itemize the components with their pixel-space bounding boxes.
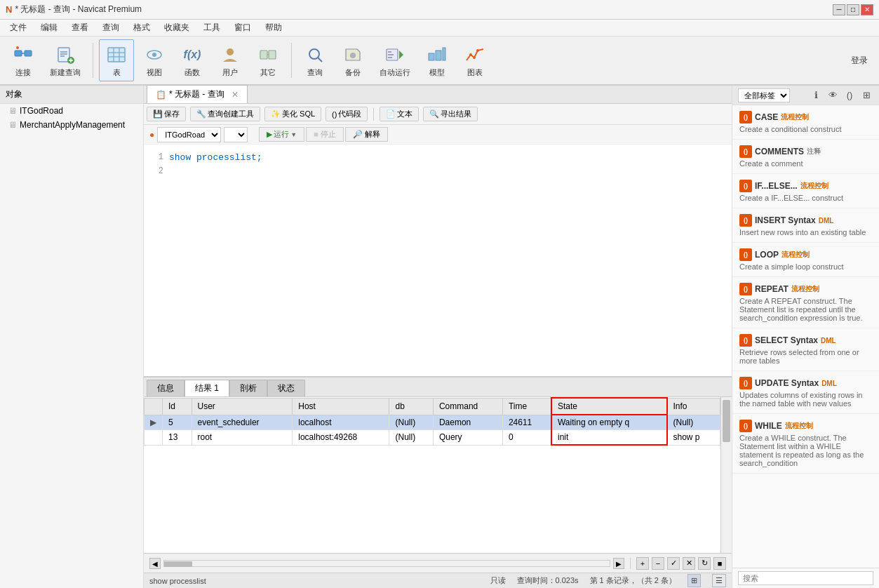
toolbar-sep-2 [291,43,292,78]
save-button[interactable]: 💾 保存 [147,107,186,121]
horizontal-scrollbar[interactable] [163,560,610,567]
horizontal-scrollbar-thumb[interactable] [164,561,192,567]
tab-status[interactable]: 状态 [267,380,305,396]
toolbar-query[interactable]: 查询 [297,39,333,81]
col-state[interactable]: State [551,398,667,415]
toolbar-autorun[interactable]: 自动运行 [373,39,417,81]
menu-window[interactable]: 窗口 [227,20,258,35]
scroll-right-button[interactable]: ▶ [613,558,624,569]
code-icon[interactable]: () [843,88,857,102]
menu-format[interactable]: 格式 [126,20,157,35]
toolbar-user[interactable]: 用户 [213,39,248,81]
snippet-select[interactable]: () SELECT Syntax DML Retrieve rows selec… [732,328,879,371]
menu-view[interactable]: 查看 [65,20,95,35]
toolbar-other[interactable]: 其它 [250,39,286,81]
maximize-button[interactable]: □ [847,4,859,15]
snippet-case[interactable]: () CASE 流程控制 Create a conditional constr… [732,105,879,140]
find-results-button[interactable]: 🔍 寻出结果 [423,107,478,121]
tags-dropdown[interactable]: 全部标签 [738,88,790,102]
snippet-while[interactable]: () WHILE 流程控制 Create a WHILE construct. … [732,414,879,474]
col-command[interactable]: Command [433,398,502,415]
snippet-comments-title: () COMMENTS 注释 [739,145,872,158]
table-vertical-scrollbar[interactable] [720,397,732,553]
grid-icon[interactable]: ⊞ [687,574,701,587]
snippet-update[interactable]: () UPDATE Syntax DML Updates columns of … [732,371,879,414]
col-id[interactable]: Id [163,398,192,415]
toolbar-view[interactable]: 视图 [137,39,172,81]
toolbar-new-query[interactable]: 新建查询 [43,39,87,81]
toolbar-table[interactable]: 表 [99,39,134,81]
connection-dropdown[interactable]: ITGodRoad [157,127,221,142]
table-scroll-area[interactable]: Id User Host db [144,397,720,553]
sidebar-item-merchantapply[interactable]: 🖥 MerchantApplyManagement [0,118,143,132]
menu-query[interactable]: 查询 [95,20,126,35]
database-dropdown[interactable] [224,127,248,142]
delete-row-button[interactable]: − [652,557,664,570]
menu-tools[interactable]: 工具 [196,20,227,35]
confirm-button[interactable]: ✓ [667,557,680,570]
tab-untitled-query[interactable]: 📋 * 无标题 - 查询 ✕ [147,85,248,103]
search-input[interactable] [738,571,873,585]
snippet-loop[interactable]: () LOOP 流程控制 Create a simple loop constr… [732,243,879,277]
title-text: N * 无标题 - 查询 - Navicat Premium [6,4,142,15]
cancel-button[interactable]: ✕ [683,557,695,570]
menu-edit[interactable]: 编辑 [34,20,65,35]
table-row[interactable]: 13 root localhost:49268 (Null) Query 0 i… [145,430,720,446]
menu-help[interactable]: 帮助 [258,20,289,35]
svg-rect-11 [108,48,125,62]
code-line-1: 1 show processlist; [149,150,726,164]
snippet-insert[interactable]: () INSERT Syntax DML Insert new rows int… [732,208,879,243]
svg-rect-31 [436,51,441,60]
snippet-ifelse[interactable]: () IF...ELSE... 流程控制 Create a IF...ELSE.… [732,174,879,208]
autorun-icon [384,44,406,66]
menu-file[interactable]: 文件 [3,20,34,35]
toolbar-function[interactable]: f(x) 函数 [175,39,210,81]
stop-btn[interactable]: ■ [713,557,726,570]
table-row[interactable]: ▶ 5 event_scheduler localhost (Null) Dae… [145,415,720,430]
sidebar-item-itgodroad[interactable]: 🖥 ITGodRoad [0,104,143,118]
tab-profile[interactable]: 剖析 [229,380,267,396]
explain-button[interactable]: 🔎 解释 [345,127,388,142]
stop-button[interactable]: ■ 停止 [306,127,344,142]
add-row-button[interactable]: + [636,557,649,570]
run-controls: ▶ 运行 ▼ ■ 停止 🔎 解释 [259,127,388,142]
form-icon[interactable]: ☰ [712,574,726,587]
toolbar-chart[interactable]: 图表 [457,39,492,81]
svg-rect-32 [443,48,445,60]
col-info[interactable]: Info [667,398,720,415]
new-query-icon [54,44,76,66]
snippet-comments[interactable]: () COMMENTS 注释 Create a comment [732,140,879,174]
info-icon[interactable]: ℹ [809,88,823,102]
beautify-button[interactable]: ✨ 美化 SQL [264,107,321,121]
toolbar-model[interactable]: 模型 [420,39,455,81]
toolbar-backup[interactable]: 备份 [335,39,370,81]
snippet-repeat-type: 流程控制 [791,284,819,294]
login-button[interactable]: 登录 [845,52,873,69]
refresh-button[interactable]: ↻ [698,557,711,570]
scroll-left-button[interactable]: ◀ [149,558,161,569]
code-editor[interactable]: 1 show processlist; 2 [144,145,732,376]
server2-icon: 🖥 [8,120,17,130]
text-button[interactable]: 📄 文本 [380,107,419,121]
snippet-repeat[interactable]: () REPEAT 流程控制 Create A REPEAT construct… [732,277,879,328]
col-user[interactable]: User [192,398,293,415]
tab-close-icon[interactable]: ✕ [232,90,239,100]
menu-favorites[interactable]: 收藏夹 [157,20,196,35]
col-host[interactable]: Host [293,398,389,415]
col-time[interactable]: Time [502,398,551,415]
col-db[interactable]: db [389,398,433,415]
snippet-button[interactable]: () 代码段 [326,107,368,121]
build-query-button[interactable]: 🔧 查询创建工具 [190,107,260,121]
tab-result1[interactable]: 结果 1 [184,380,229,396]
minimize-button[interactable]: ─ [833,4,845,15]
run-dropdown-icon[interactable]: ▼ [290,131,297,138]
svg-rect-28 [388,54,394,55]
tab-info[interactable]: 信息 [147,380,184,396]
run-button[interactable]: ▶ 运行 ▼ [259,127,304,142]
close-button[interactable]: ✕ [861,4,873,15]
scrollbar-thumb[interactable] [723,400,730,442]
grid-view-icon[interactable]: ⊞ [859,88,873,102]
row1-id: 5 [163,415,192,430]
toolbar-connect[interactable]: 连接 [6,39,41,81]
eye-icon[interactable]: 👁 [826,88,840,102]
